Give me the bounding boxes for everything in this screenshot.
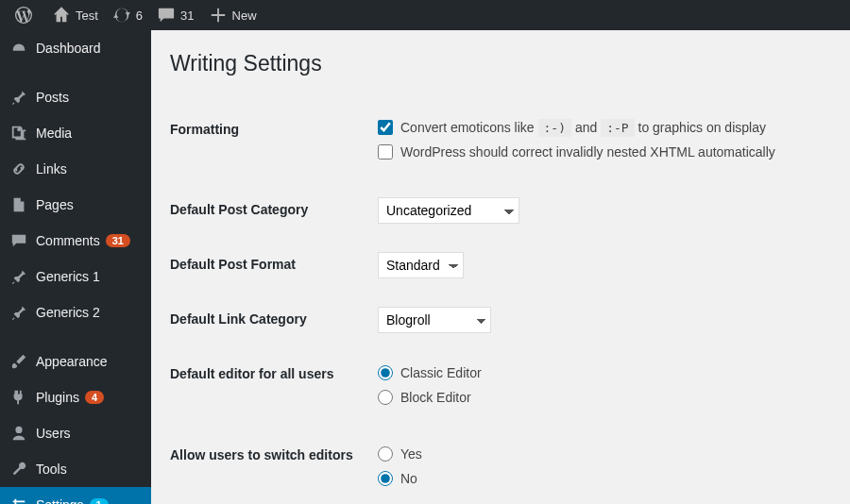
row-default-editor-label: Default editor for all users xyxy=(170,347,378,428)
menu-dashboard[interactable]: Dashboard xyxy=(0,30,151,66)
emoticons-text: Convert emoticons like :-) and :-P to gr… xyxy=(400,120,766,135)
plus-icon xyxy=(210,7,227,24)
menu-posts[interactable]: Posts xyxy=(0,79,151,115)
settings-table: Formatting Convert emoticons like :-) an… xyxy=(170,103,831,504)
new-label: New xyxy=(232,8,257,23)
comments-count: 31 xyxy=(180,8,194,23)
plug-icon xyxy=(9,388,28,407)
select-default-format[interactable]: Standard xyxy=(378,252,464,278)
admin-bar: Test 6 31 New xyxy=(0,0,850,30)
select-default-link-category[interactable]: Blogroll xyxy=(378,307,491,333)
menu-media[interactable]: Media xyxy=(0,115,151,151)
radio-switch-no[interactable]: No xyxy=(378,471,822,486)
radio-classic-input[interactable] xyxy=(378,365,393,380)
menu-label: Pages xyxy=(36,197,74,212)
updates-count: 6 xyxy=(136,8,143,23)
wp-logo[interactable] xyxy=(8,0,45,30)
menu-label: Plugins xyxy=(36,390,79,405)
radio-block-editor[interactable]: Block Editor xyxy=(378,390,822,405)
checkbox-emoticons[interactable]: Convert emoticons like :-) and :-P to gr… xyxy=(378,120,822,135)
menu-comments[interactable]: Comments 31 xyxy=(0,223,151,259)
radio-block-input[interactable] xyxy=(378,390,393,405)
updates[interactable]: 6 xyxy=(106,0,150,30)
pin-icon xyxy=(9,303,28,322)
page-icon xyxy=(9,195,28,214)
menu-label: Dashboard xyxy=(36,41,101,56)
select-default-category[interactable]: Uncategorized xyxy=(378,197,519,224)
radio-switch-yes-input[interactable] xyxy=(378,446,393,462)
menu-users[interactable]: Users xyxy=(0,415,151,451)
comments-badge: 31 xyxy=(106,234,130,247)
menu-label: Generics 1 xyxy=(36,269,100,284)
menu-appearance[interactable]: Appearance xyxy=(0,344,151,379)
row-default-link-category-label: Default Link Category xyxy=(170,293,378,347)
pin-icon xyxy=(9,88,28,107)
row-default-category-label: Default Post Category xyxy=(170,183,378,238)
menu-label: Generics 2 xyxy=(36,305,100,320)
menu-tools[interactable]: Tools xyxy=(0,451,151,487)
brush-icon xyxy=(9,352,28,371)
emoticon-code-1: :-) xyxy=(538,119,571,137)
menu-label: Tools xyxy=(36,462,67,477)
update-icon xyxy=(113,7,130,24)
new-content[interactable]: New xyxy=(202,0,264,30)
home-icon xyxy=(53,7,70,24)
xhtml-text: WordPress should correct invalidly neste… xyxy=(400,144,775,160)
checkbox-xhtml[interactable]: WordPress should correct invalidly neste… xyxy=(378,144,822,160)
pin-icon xyxy=(9,267,28,286)
admin-menu: Dashboard Posts Media Links Pages Commen… xyxy=(0,30,151,504)
comments-icon xyxy=(9,231,28,250)
page-title: Writing Settings xyxy=(170,51,831,76)
row-formatting-label: Formatting xyxy=(170,103,378,183)
row-allow-switch-label: Allow users to switch editors xyxy=(170,428,378,504)
menu-pages[interactable]: Pages xyxy=(0,187,151,223)
media-icon xyxy=(9,124,28,143)
menu-plugins[interactable]: Plugins 4 xyxy=(0,379,151,415)
menu-settings[interactable]: Settings 1 xyxy=(0,487,151,504)
menu-label: Settings xyxy=(36,497,84,504)
dashboard-icon xyxy=(9,39,28,58)
link-icon xyxy=(9,160,28,178)
emoticon-code-2: :-P xyxy=(601,119,634,137)
site-home[interactable]: Test xyxy=(45,0,106,30)
row-default-format-label: Default Post Format xyxy=(170,238,378,293)
plugins-badge: 4 xyxy=(85,391,104,404)
menu-label: Appearance xyxy=(36,354,108,369)
menu-links[interactable]: Links xyxy=(0,151,151,187)
wordpress-icon xyxy=(15,7,32,24)
user-icon xyxy=(9,424,28,443)
radio-switch-no-input[interactable] xyxy=(378,471,393,486)
radio-switch-yes[interactable]: Yes xyxy=(378,446,822,462)
menu-generics-1[interactable]: Generics 1 xyxy=(0,259,151,294)
checkbox-emoticons-input[interactable] xyxy=(378,120,393,135)
checkbox-xhtml-input[interactable] xyxy=(378,144,393,160)
menu-label: Posts xyxy=(36,90,69,105)
sliders-icon xyxy=(9,496,28,504)
site-name-label: Test xyxy=(76,8,98,23)
comment-icon xyxy=(158,7,175,24)
menu-label: Media xyxy=(36,126,72,141)
wrench-icon xyxy=(9,460,28,479)
menu-generics-2[interactable]: Generics 2 xyxy=(0,294,151,330)
settings-badge: 1 xyxy=(90,498,109,504)
comments-bubble[interactable]: 31 xyxy=(150,0,201,30)
menu-label: Links xyxy=(36,161,67,176)
menu-label: Users xyxy=(36,426,71,441)
radio-classic-editor[interactable]: Classic Editor xyxy=(378,365,822,380)
content: Writing Settings Formatting Convert emot… xyxy=(151,30,850,504)
menu-label: Comments xyxy=(36,233,100,248)
